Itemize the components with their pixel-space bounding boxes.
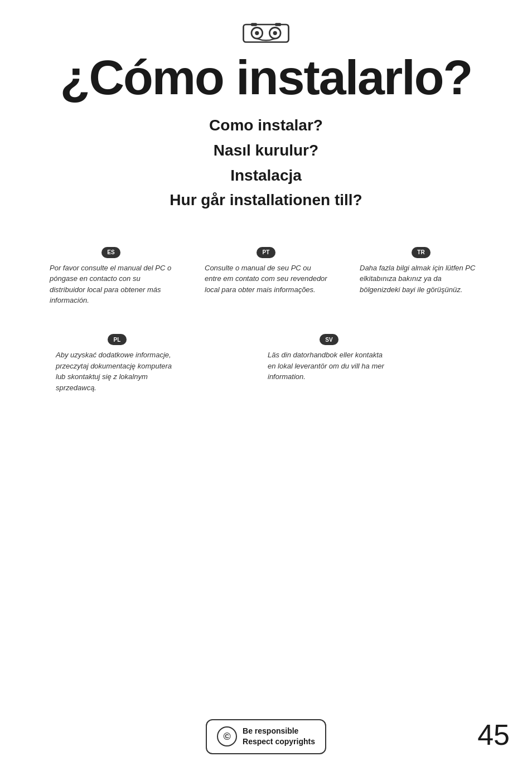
subtitle-portuguese: Como instalar? (0, 113, 532, 138)
svg-point-4 (273, 31, 277, 35)
lang-text-pt: Consulte o manual de seu PC ou entre em … (205, 263, 327, 295)
lang-row-1: ES Por favor consulte el manual del PC o… (0, 230, 532, 306)
svg-rect-6 (275, 23, 281, 26)
subtitles-section: Como instalar? Nasıl kurulur? Instalacja… (0, 113, 532, 213)
lang-block-pt: PT Consulte o manual de seu PC ou entre … (205, 246, 327, 306)
svg-rect-5 (251, 23, 257, 26)
subtitle-swedish: Hur går installationen till? (0, 188, 532, 213)
main-title: ¿Cómo instalarlo? (0, 53, 532, 102)
header: ¿Cómo instalarlo? (0, 0, 532, 102)
lang-badge-tr: TR (412, 247, 431, 258)
page: ¿Cómo instalarlo? Como instalar? Nasıl k… (0, 0, 532, 771)
lang-badge-sv: SV (320, 334, 338, 345)
subtitle-turkish: Nasıl kurulur? (0, 138, 532, 163)
copyright-icon: © (217, 726, 237, 746)
page-number: 45 (477, 718, 510, 751)
lang-block-pl: PL Aby uzyskać dodatkowe informacje, prz… (56, 334, 178, 394)
lang-text-es: Por favor consulte el manual del PC o pó… (50, 263, 172, 306)
lang-block-es: ES Por favor consulte el manual del PC o… (50, 246, 172, 306)
copyright-badge: © Be responsible Respect copyrights (206, 719, 326, 754)
lang-block-tr: TR Daha fazla bilgi almak için lütfen PC… (360, 246, 482, 306)
copyright-line1: Be responsible (243, 726, 315, 737)
copyright-line2: Respect copyrights (243, 736, 315, 748)
lang-badge-pl: PL (108, 334, 127, 345)
tape-icon (241, 17, 291, 47)
lang-text-sv: Läs din datorhandbok eller kontakta en l… (268, 350, 390, 382)
svg-point-2 (255, 31, 259, 35)
lang-row-2: PL Aby uzyskać dodatkowe informacje, prz… (0, 317, 532, 394)
lang-badge-es: ES (101, 247, 120, 258)
lang-text-pl: Aby uzyskać dodatkowe informacje, przecz… (56, 350, 178, 393)
lang-text-tr: Daha fazla bilgi almak için lütfen PC el… (360, 263, 482, 295)
footer: © Be responsible Respect copyrights (0, 719, 532, 754)
lang-block-sv: SV Läs din datorhandbok eller kontakta e… (268, 334, 390, 394)
svg-rect-0 (244, 25, 289, 42)
subtitle-polish: Instalacja (0, 163, 532, 188)
copyright-text: Be responsible Respect copyrights (243, 726, 315, 748)
lang-badge-pt: PT (257, 247, 275, 258)
